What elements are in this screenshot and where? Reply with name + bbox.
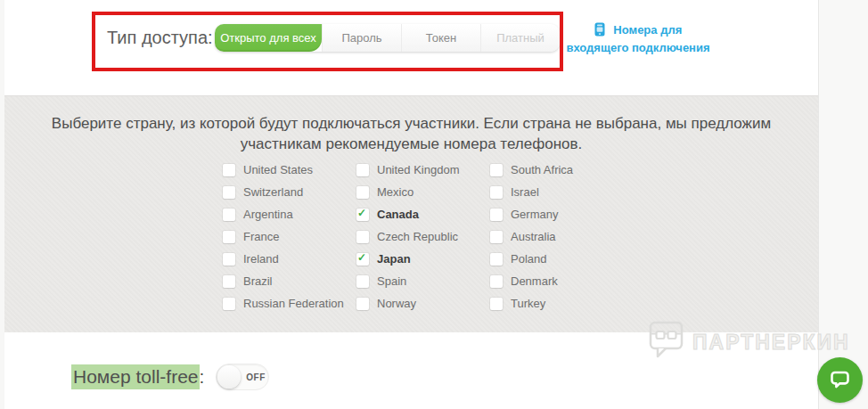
country-checkbox[interactable] [223, 275, 235, 288]
country-label[interactable]: Japan [377, 252, 411, 266]
country-checkbox[interactable] [223, 186, 235, 199]
country-row: Denmark [490, 270, 624, 292]
country-label[interactable]: Poland [511, 252, 546, 266]
country-checkbox[interactable] [223, 253, 235, 266]
country-label[interactable]: Czech Republic [377, 230, 458, 243]
country-row: United States [223, 159, 356, 181]
country-label[interactable]: Switzerland [243, 185, 303, 199]
country-checkbox[interactable] [490, 186, 503, 199]
country-checkbox[interactable] [356, 231, 369, 243]
country-label[interactable]: Russian Federation [243, 297, 344, 310]
tollfree-label: Номер toll-free: [71, 366, 204, 388]
country-label[interactable]: Mexico [377, 185, 414, 199]
country-checkbox[interactable] [223, 164, 235, 176]
country-row: ✓Canada [356, 203, 490, 225]
country-checkbox[interactable] [356, 186, 369, 199]
access-option[interactable]: Токен [401, 24, 480, 52]
country-checkbox[interactable] [490, 209, 503, 221]
country-row: Poland [490, 248, 624, 270]
country-checkbox-grid: United StatesSwitzerlandArgentinaFranceI… [223, 159, 624, 315]
country-column: United StatesSwitzerlandArgentinaFranceI… [223, 159, 356, 315]
country-selection-section: Выберите страну, из которой будут подклю… [4, 95, 818, 333]
page-content: Тип доступа: Открыто для всехПарольТокен… [4, 0, 818, 409]
country-label[interactable]: Spain [377, 274, 406, 288]
country-row: Spain [356, 270, 490, 292]
country-row: Mexico [356, 181, 490, 203]
page-right-margin [818, 0, 868, 409]
country-column: United KingdomMexico✓CanadaCzech Republi… [356, 159, 490, 315]
country-label[interactable]: Norway [377, 297, 416, 310]
country-row: Norway [356, 292, 490, 315]
country-label[interactable]: Australia [511, 230, 556, 243]
access-type-segmented-control: Открыто для всехПарольТокенПлатный [215, 24, 560, 52]
country-label[interactable]: France [243, 230, 279, 243]
incoming-numbers-link-line1: Номера для [613, 23, 682, 37]
incoming-numbers-link[interactable]: Номера для входящего подключения [563, 21, 713, 57]
country-row: United Kingdom [356, 159, 490, 181]
country-column: South AfricaIsraelGermanyAustraliaPoland… [490, 159, 624, 315]
country-row: ✓Japan [356, 248, 490, 270]
country-checkbox[interactable] [490, 231, 503, 243]
country-label[interactable]: United Kingdom [377, 163, 460, 176]
country-checkbox[interactable]: ✓ [356, 253, 369, 266]
country-row: Germany [490, 203, 624, 225]
tollfree-section: Номер toll-free: OFF [4, 332, 818, 409]
country-label[interactable]: Denmark [511, 274, 558, 288]
country-checkbox[interactable] [356, 298, 369, 310]
checkmark-icon: ✓ [357, 251, 366, 264]
country-label[interactable]: Germany [511, 208, 558, 221]
toggle-state-label: OFF [246, 372, 266, 382]
country-row: Turkey [490, 292, 624, 315]
country-checkbox[interactable] [356, 164, 369, 176]
country-checkbox[interactable] [490, 253, 503, 266]
incoming-numbers-link-line2: входящего подключения [566, 41, 709, 54]
country-row: Switzerland [223, 181, 356, 203]
country-label[interactable]: Canada [377, 208, 419, 221]
country-row: Czech Republic [356, 225, 490, 248]
country-checkbox[interactable] [490, 164, 503, 176]
country-checkbox[interactable] [490, 298, 503, 310]
country-row: Australia [490, 225, 624, 248]
access-option[interactable]: Пароль [322, 24, 401, 52]
toggle-knob [217, 365, 241, 389]
country-row: Ireland [223, 248, 356, 270]
country-checkbox[interactable] [490, 275, 503, 288]
phone-icon [594, 23, 614, 37]
access-type-section: Тип доступа: Открыто для всехПарольТокен… [4, 0, 818, 95]
country-label[interactable]: Israel [511, 185, 539, 199]
country-row: Israel [490, 181, 624, 203]
country-label[interactable]: United States [243, 163, 313, 176]
access-option[interactable]: Открыто для всех [215, 24, 322, 52]
country-checkbox[interactable] [223, 231, 235, 243]
country-checkbox[interactable]: ✓ [356, 209, 369, 221]
access-option: Платный [480, 24, 560, 52]
country-instruction-text: Выберите страну, из которой будут подклю… [18, 96, 806, 154]
access-type-label: Тип доступа: [107, 28, 213, 48]
country-row: Brazil [223, 270, 356, 292]
country-checkbox[interactable] [223, 209, 235, 221]
chat-widget-button[interactable] [817, 357, 863, 403]
country-row: France [223, 225, 356, 248]
country-label[interactable]: South Africa [511, 163, 573, 176]
country-label[interactable]: Ireland [243, 252, 279, 266]
tollfree-toggle[interactable]: OFF [216, 364, 269, 390]
country-row: Russian Federation [223, 292, 356, 315]
country-label[interactable]: Brazil [243, 274, 273, 288]
checkmark-icon: ✓ [357, 207, 366, 219]
country-row: Argentina [223, 203, 356, 225]
country-row: South Africa [490, 159, 624, 181]
country-label[interactable]: Argentina [243, 208, 293, 221]
country-label[interactable]: Turkey [511, 297, 545, 310]
country-checkbox[interactable] [356, 275, 369, 288]
chat-bubble-icon [828, 367, 852, 394]
country-checkbox[interactable] [223, 298, 235, 310]
